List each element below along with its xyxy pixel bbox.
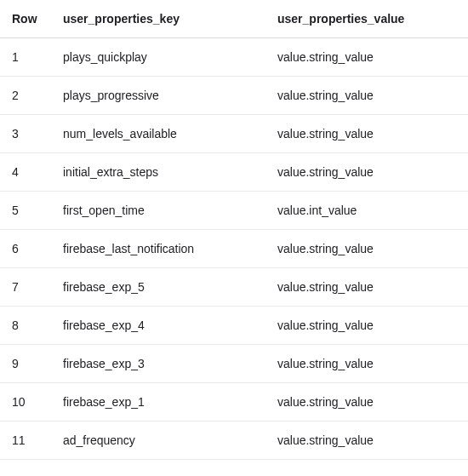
cell-user-properties-value: value.string_value [267,230,468,268]
row-number: 9 [0,345,53,383]
table-row: 6firebase_last_notificationvalue.string_… [0,230,468,268]
table-row: 5first_open_timevalue.int_value [0,192,468,230]
header-user-properties-value: user_properties_value [267,0,468,38]
table-row: 2plays_progressivevalue.string_value [0,77,468,115]
row-number: 4 [0,153,53,192]
cell-user-properties-value: value.string_value [267,77,468,115]
cell-user-properties-value: value.string_value [267,307,468,345]
cell-user-properties-value: value.int_value [267,192,468,230]
table-row: 10firebase_exp_1value.string_value [0,383,468,422]
cell-user-properties-value: value.string_value [267,38,468,77]
results-table: Row user_properties_key user_properties_… [0,0,468,460]
cell-user-properties-key: num_levels_available [53,115,267,153]
cell-user-properties-value: value.string_value [267,115,468,153]
table-row: 1plays_quickplayvalue.string_value [0,38,468,77]
table-row: 8firebase_exp_4value.string_value [0,307,468,345]
cell-user-properties-key: firebase_exp_1 [53,383,267,422]
cell-user-properties-key: ad_frequency [53,422,267,460]
cell-user-properties-key: firebase_last_notification [53,230,267,268]
row-number: 7 [0,268,53,307]
row-number: 2 [0,77,53,115]
table-row: 9firebase_exp_3value.string_value [0,345,468,383]
cell-user-properties-key: firebase_exp_3 [53,345,267,383]
header-user-properties-key: user_properties_key [53,0,267,38]
table-header-row: Row user_properties_key user_properties_… [0,0,468,38]
cell-user-properties-value: value.string_value [267,422,468,460]
cell-user-properties-key: initial_extra_steps [53,153,267,192]
table-row: 4initial_extra_stepsvalue.string_value [0,153,468,192]
row-number: 10 [0,383,53,422]
row-number: 11 [0,422,53,460]
cell-user-properties-value: value.string_value [267,383,468,422]
cell-user-properties-key: plays_quickplay [53,38,267,77]
table-row: 7firebase_exp_5value.string_value [0,268,468,307]
cell-user-properties-value: value.string_value [267,153,468,192]
cell-user-properties-key: plays_progressive [53,77,267,115]
table-row: 11ad_frequencyvalue.string_value [0,422,468,460]
cell-user-properties-key: firebase_exp_5 [53,268,267,307]
header-row-number: Row [0,0,53,38]
row-number: 5 [0,192,53,230]
table-row: 3num_levels_availablevalue.string_value [0,115,468,153]
row-number: 1 [0,38,53,77]
row-number: 6 [0,230,53,268]
cell-user-properties-key: first_open_time [53,192,267,230]
row-number: 8 [0,307,53,345]
row-number: 3 [0,115,53,153]
cell-user-properties-value: value.string_value [267,345,468,383]
cell-user-properties-value: value.string_value [267,268,468,307]
cell-user-properties-key: firebase_exp_4 [53,307,267,345]
